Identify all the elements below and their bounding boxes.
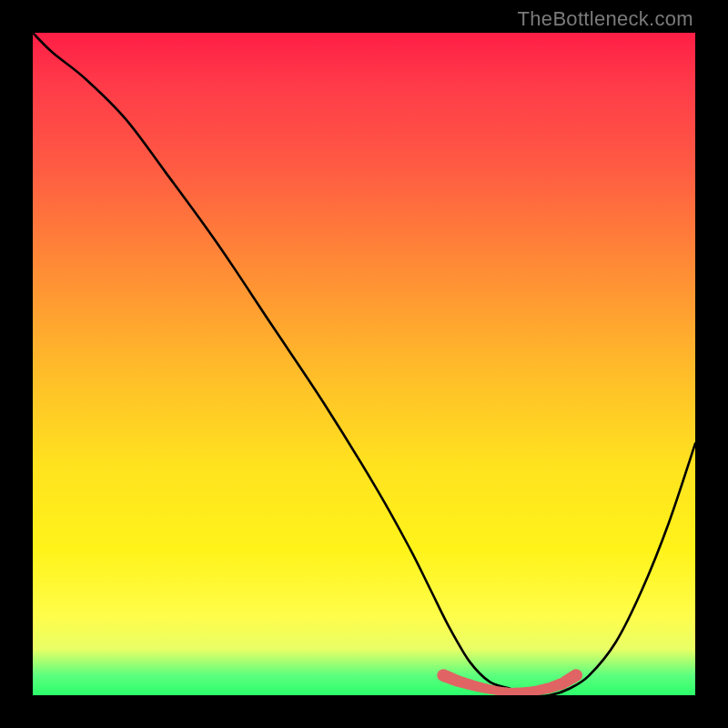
valley-dot: [525, 686, 535, 695]
bottleneck-curve: [33, 33, 695, 695]
valley-dot: [557, 677, 569, 689]
valley-dot: [547, 682, 558, 693]
valley-dot: [440, 671, 453, 683]
plot-area: [33, 33, 695, 695]
valley-dot: [495, 686, 504, 695]
valley-dot: [519, 687, 528, 695]
valley-dot: [468, 680, 479, 691]
valley-dot: [534, 685, 544, 695]
valley-dot: [492, 686, 501, 695]
valley-dot: [521, 687, 531, 695]
valley-highlight: [437, 669, 582, 695]
valley-dot: [499, 687, 508, 695]
valley-dot: [570, 669, 582, 682]
valley-dot: [512, 688, 521, 695]
valley-dot: [450, 674, 462, 686]
valley-dot: [544, 682, 555, 693]
valley-dot: [485, 684, 495, 694]
valley-dot: [553, 679, 565, 691]
valley-dot: [471, 681, 482, 692]
valley-dot: [489, 685, 498, 694]
watermark-text: TheBottleneck.com: [518, 7, 693, 31]
valley-dot: [541, 683, 551, 694]
valley-dot: [481, 683, 491, 693]
valley-dot: [509, 688, 517, 695]
valley-dot: [531, 685, 541, 695]
curve-layer: [33, 33, 695, 695]
valley-dot: [560, 675, 571, 687]
valley-dot: [551, 680, 562, 692]
chart-container: TheBottleneck.com: [0, 0, 728, 728]
valley-dot: [502, 687, 511, 695]
valley-dot: [458, 677, 470, 689]
valley-dot: [437, 669, 450, 682]
valley-dot: [444, 672, 457, 684]
valley-dot: [479, 682, 489, 693]
valley-dot: [566, 671, 579, 683]
valley-dot: [563, 673, 576, 686]
valley-dot: [448, 673, 460, 685]
valley-dot: [528, 686, 538, 695]
valley-dot: [475, 682, 485, 692]
valley-dot: [461, 678, 472, 689]
valley-dot: [454, 676, 466, 688]
valley-dot: [515, 687, 524, 695]
valley-dot: [464, 679, 475, 690]
valley-dot: [506, 688, 514, 695]
valley-dot: [538, 684, 549, 695]
